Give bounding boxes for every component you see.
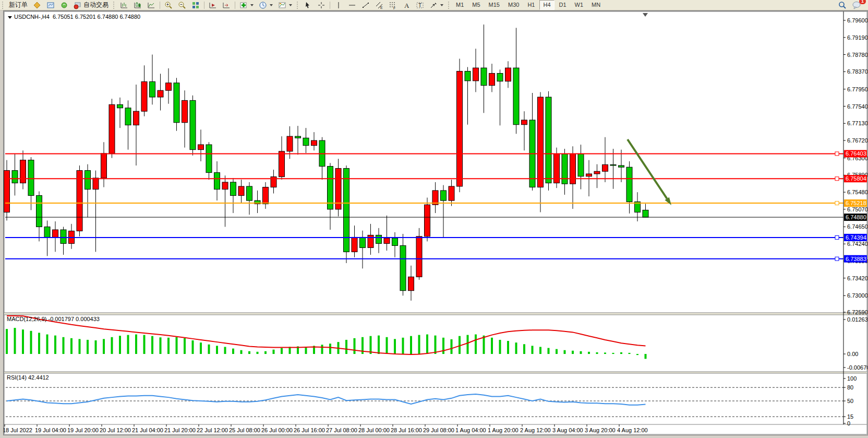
macd-axis-label: 0.012637 — [847, 316, 867, 323]
candle-body — [238, 186, 244, 196]
macd-bar — [160, 337, 162, 354]
macd-bar — [612, 353, 614, 354]
macd-bar — [264, 351, 267, 354]
macd-bar — [435, 336, 437, 354]
line-chart-button[interactable] — [144, 0, 158, 10]
periods-button[interactable] — [256, 0, 275, 10]
bar-chart-button[interactable] — [117, 0, 131, 10]
chart-window-button[interactable] — [44, 0, 57, 10]
toolbar-grip[interactable] — [448, 2, 451, 9]
candle-body — [150, 81, 155, 97]
line-chart-icon — [147, 1, 155, 9]
candle-body — [263, 187, 269, 204]
macd-bar — [248, 351, 250, 354]
macd-bar — [539, 347, 541, 354]
trendline-button[interactable] — [359, 0, 372, 10]
tile-windows-button[interactable] — [189, 0, 202, 10]
rsi-value: 42.4412 — [28, 374, 49, 381]
chart-window-icon — [46, 1, 55, 9]
timeframe-w1[interactable]: W1 — [571, 0, 587, 10]
timeframe-h1[interactable]: H1 — [524, 0, 538, 10]
arrows-caret — [440, 4, 443, 6]
candle-body — [457, 71, 463, 186]
timeframe-h4[interactable]: H4 — [539, 0, 554, 10]
time-axis-label: 20 Jul 12:00 — [100, 427, 131, 433]
candle-body — [610, 164, 616, 165]
chart-shift-button[interactable] — [220, 0, 233, 10]
line-handle[interactable] — [835, 235, 839, 239]
chart-shift-icon — [222, 1, 231, 9]
fibonacci-icon: F — [389, 1, 397, 9]
candle-body — [619, 165, 624, 167]
auto-scroll-button[interactable] — [206, 0, 220, 10]
chart-title[interactable]: USDCNH-,H4 6.75051 6.75201 6.74880 6.748… — [8, 14, 140, 20]
horizontal-line-button[interactable] — [345, 0, 359, 10]
macd-bar — [596, 352, 598, 354]
timeframe-d1[interactable]: D1 — [556, 0, 570, 10]
crosshair-button[interactable] — [315, 0, 328, 10]
equidistant-channel-button[interactable]: E — [372, 0, 386, 10]
candle-body — [578, 154, 584, 176]
text-label-button[interactable]: T — [413, 0, 427, 10]
notifications-button[interactable]: 1 — [849, 0, 864, 10]
search-button[interactable] — [836, 0, 849, 10]
macd-bar — [442, 338, 444, 354]
line-handle[interactable] — [835, 152, 839, 156]
toolbar-grip[interactable] — [113, 2, 116, 9]
macd-bar — [119, 336, 121, 354]
macd-bar — [604, 352, 606, 354]
zoom-in-button[interactable] — [162, 0, 175, 10]
macd-bar — [580, 351, 582, 354]
line-handle[interactable] — [835, 177, 839, 181]
zoom-out-button[interactable] — [175, 0, 189, 10]
candlestick-chart-icon — [134, 1, 142, 9]
timeframe-m30[interactable]: M30 — [504, 0, 523, 10]
candle-body — [546, 97, 551, 183]
rsi-axis-label: 80 — [847, 384, 853, 390]
mt4-window: 新订单 自动交易 — [0, 0, 868, 438]
candle-body — [602, 164, 608, 171]
text-button[interactable]: A — [400, 0, 413, 10]
fibonacci-button[interactable]: F — [386, 0, 400, 10]
time-axis-label: 21 Jul 04:00 — [132, 427, 163, 433]
vertical-line-button[interactable] — [332, 0, 345, 10]
market-watch-icon[interactable] — [30, 0, 44, 10]
arrows-button[interactable] — [427, 0, 446, 10]
price-tick-label: 6.77950 — [847, 86, 867, 92]
price-tick-label: 6.74240 — [847, 241, 867, 247]
time-axis-label: 22 Jul 12:00 — [197, 427, 228, 433]
macd-bar — [418, 335, 420, 354]
symbol-dropdown-icon[interactable] — [8, 16, 12, 19]
toolbar-grip[interactable] — [2, 2, 5, 9]
auto-trading-button[interactable]: 自动交易 — [71, 0, 111, 10]
cursor-button[interactable] — [301, 0, 315, 10]
templates-caret — [289, 4, 292, 6]
macd-bar — [629, 353, 631, 354]
timeframe-mn[interactable]: MN — [588, 0, 604, 10]
macd-bar — [475, 335, 477, 354]
timeframe-m15[interactable]: M15 — [485, 0, 503, 10]
pane-separator[interactable] — [4, 313, 867, 315]
timeframe-m5[interactable]: M5 — [468, 0, 484, 10]
auto-trading-icon — [74, 1, 82, 9]
new-order-button[interactable]: 新订单 — [6, 0, 30, 10]
line-handle[interactable] — [835, 257, 839, 261]
indicators-button[interactable] — [237, 0, 256, 10]
candle-body — [4, 171, 10, 212]
time-axis-label: 3 Aug 20:00 — [585, 427, 616, 433]
macd-bar — [499, 340, 501, 354]
indicators-plus-icon — [239, 1, 248, 9]
candle-body — [12, 171, 18, 183]
templates-button[interactable] — [275, 0, 295, 10]
price-tick-label: 6.75070 — [847, 206, 867, 212]
toolbar-grip[interactable] — [297, 2, 300, 9]
line-handle[interactable] — [835, 202, 839, 205]
chart-canvas[interactable]: 6.796006.791906.787806.783706.779506.775… — [4, 11, 867, 435]
candle-body — [489, 73, 495, 85]
candle-body — [432, 191, 438, 205]
timeframe-m1[interactable]: M1 — [452, 0, 467, 10]
rsi-name: RSI(14) — [7, 374, 27, 381]
candlestick-chart-button[interactable] — [131, 0, 144, 10]
macd-bar — [281, 348, 283, 354]
signal-button[interactable] — [57, 0, 71, 10]
